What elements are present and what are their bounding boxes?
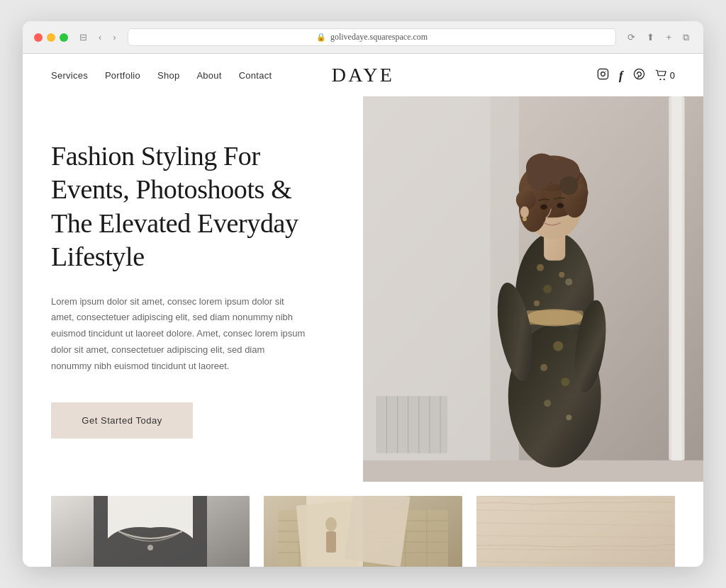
browser-controls: ⊟ ‹ › xyxy=(77,30,119,44)
svg-point-27 xyxy=(534,300,540,306)
forward-button[interactable]: › xyxy=(110,30,118,44)
browser-action-buttons: ⟳ ⬆ + ⧉ xyxy=(625,30,692,45)
svg-rect-0 xyxy=(598,69,608,79)
gallery-item-1 xyxy=(51,496,250,567)
svg-point-31 xyxy=(544,400,551,407)
hero-image-svg xyxy=(363,96,703,482)
svg-rect-74 xyxy=(476,496,675,567)
svg-rect-22 xyxy=(526,310,583,324)
website-content: Services Portfolio Shop About Contact DA… xyxy=(23,54,703,567)
brand-logo[interactable]: DAYE xyxy=(332,64,395,86)
svg-point-29 xyxy=(540,364,547,371)
svg-point-3 xyxy=(634,69,644,79)
svg-point-49 xyxy=(557,203,564,208)
svg-point-71 xyxy=(325,517,337,531)
lock-icon: 🔒 xyxy=(316,33,326,42)
reload-button[interactable]: ⟳ xyxy=(625,30,638,45)
gallery-item-2 xyxy=(264,496,462,567)
nav-right: f 0 xyxy=(597,68,675,82)
new-tab-button[interactable]: + xyxy=(663,30,674,45)
nav-left: Services Portfolio Shop About Contact xyxy=(51,70,272,81)
svg-point-51 xyxy=(523,217,527,221)
cart-button[interactable]: 0 xyxy=(655,69,675,81)
nav-link-about[interactable]: About xyxy=(196,70,221,81)
url-text: golivedaye.squarespace.com xyxy=(330,32,428,43)
gallery-section xyxy=(23,482,703,567)
main-nav: Services Portfolio Shop About Contact DA… xyxy=(23,54,703,96)
nav-link-portfolio[interactable]: Portfolio xyxy=(105,70,140,81)
traffic-lights xyxy=(34,33,68,42)
cta-button[interactable]: Get Started Today xyxy=(51,402,193,439)
facebook-icon[interactable]: f xyxy=(619,69,623,81)
svg-point-30 xyxy=(561,378,569,386)
svg-rect-18 xyxy=(671,96,681,460)
svg-point-1 xyxy=(601,72,605,77)
svg-rect-72 xyxy=(326,531,336,553)
hero-body: Lorem ipsum dolor sit amet, consec lorem… xyxy=(51,294,306,375)
nav-link-services[interactable]: Services xyxy=(51,70,88,81)
browser-window: ⊟ ‹ › 🔒 golivedaye.squarespace.com ⟳ ⬆ +… xyxy=(23,21,703,567)
hero-content: Fashion Styling For Events, Photoshoots … xyxy=(23,96,363,482)
svg-point-4 xyxy=(659,79,661,80)
nav-link-contact[interactable]: Contact xyxy=(239,70,272,81)
svg-point-25 xyxy=(543,285,552,293)
hero-title: Fashion Styling For Events, Photoshoots … xyxy=(51,140,335,274)
svg-point-32 xyxy=(566,414,571,420)
nav-link-shop[interactable]: Shop xyxy=(157,70,179,81)
svg-point-24 xyxy=(559,272,564,278)
sidebar-toggle-button[interactable]: ⊟ xyxy=(77,30,90,44)
browser-chrome: ⊟ ‹ › 🔒 golivedaye.squarespace.com ⟳ ⬆ +… xyxy=(23,21,703,54)
close-button[interactable] xyxy=(34,33,43,42)
minimize-button[interactable] xyxy=(47,33,55,42)
maximize-button[interactable] xyxy=(60,33,68,42)
svg-point-28 xyxy=(553,341,563,351)
share-button[interactable]: ⬆ xyxy=(644,30,657,45)
pinterest-icon[interactable] xyxy=(633,68,645,82)
tabs-button[interactable]: ⧉ xyxy=(680,30,692,45)
cart-count: 0 xyxy=(670,70,675,81)
back-button[interactable]: ‹ xyxy=(96,30,104,44)
address-bar[interactable]: 🔒 golivedaye.squarespace.com xyxy=(128,28,617,46)
svg-point-23 xyxy=(537,264,544,271)
svg-point-45 xyxy=(527,167,550,190)
hero-section: Fashion Styling For Events, Photoshoots … xyxy=(23,96,703,482)
svg-rect-9 xyxy=(363,460,703,482)
instagram-icon[interactable] xyxy=(597,68,609,82)
svg-point-47 xyxy=(559,176,578,195)
svg-point-50 xyxy=(520,206,529,217)
gallery-item-3 xyxy=(476,496,675,567)
svg-point-5 xyxy=(663,79,664,80)
hero-image xyxy=(363,96,703,482)
svg-rect-70 xyxy=(344,496,410,567)
svg-point-48 xyxy=(540,205,547,210)
svg-point-26 xyxy=(565,278,572,285)
svg-point-2 xyxy=(605,71,606,72)
svg-point-54 xyxy=(147,545,153,550)
